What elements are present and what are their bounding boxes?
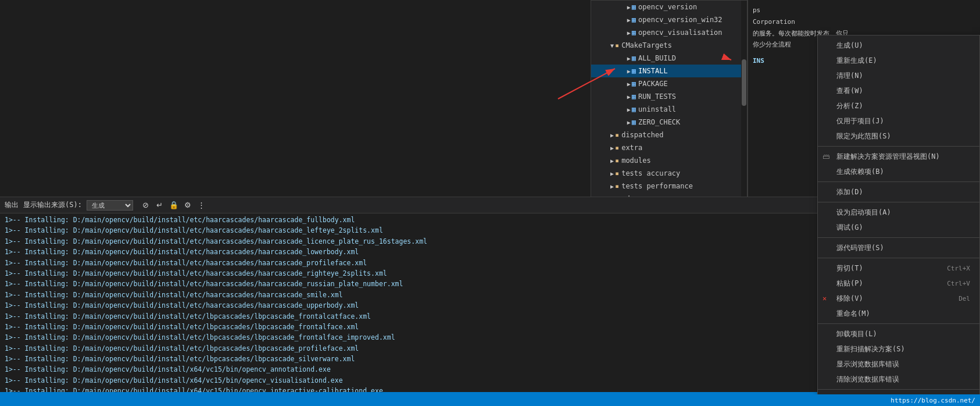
menu-item-rebuild[interactable]: 重新生成(E) (818, 53, 979, 68)
menu-item-add[interactable]: 添加(D) (818, 184, 979, 200)
menu-label-new_solution_view: 新建解决方案资源管理器视图(N) (836, 152, 940, 162)
tree-label: CMakeTargets (621, 41, 672, 49)
menu-item-paste[interactable]: 粘贴(P)Ctrl+V (818, 276, 979, 291)
tree-indent (593, 169, 610, 177)
tree-arrow: ▶ (627, 119, 631, 126)
menu-item-unload[interactable]: 卸载项目(L) (818, 326, 979, 341)
menu-label-cut: 剪切(T) (836, 263, 863, 273)
menu-label-clean: 清理(N) (836, 71, 863, 81)
tree-item-opencv_visualisation[interactable]: ▶▦opencv_visualisation (591, 26, 747, 39)
tree-indent (593, 3, 627, 11)
menu-separator-7 (818, 146, 979, 147)
folder-icon: ▪ (615, 169, 619, 177)
tree-arrow: ▶ (627, 81, 631, 87)
right-panel-line1: ps (753, 5, 975, 16)
menu-item-build[interactable]: 生成(U) (818, 38, 979, 53)
editor-area (0, 0, 593, 198)
tree-label: dispatched (621, 131, 663, 139)
tree-item-modules[interactable]: ▶▪modules (591, 154, 747, 167)
tree-indent (593, 131, 610, 139)
tree-item-dispatched[interactable]: ▶▪dispatched (591, 129, 747, 141)
target-icon: ▦ (632, 80, 636, 88)
output-label: 输出 (5, 200, 19, 210)
menu-label-remove: 移除(V) (836, 294, 863, 304)
tree-item-opencv_version[interactable]: ▶▦opencv_version (591, 1, 747, 13)
tree-item-RUN_TESTS[interactable]: ▶▦RUN_TESTS (591, 90, 747, 103)
tree-arrow: ▶ (610, 183, 614, 190)
output-source-label: 显示输出来源(S): (23, 200, 82, 210)
menu-label-rebuild: 重新生成(E) (836, 56, 877, 66)
tree-indent (593, 182, 610, 190)
menu-label-clear_db_errors: 清除浏览数据库错误 (836, 375, 899, 384)
settings-btn[interactable]: ⚙ (182, 200, 194, 211)
solution-explorer-tree: ▶▦opencv_version ▶▦opencv_version_win32 … (591, 0, 747, 198)
target-icon: ▦ (632, 67, 636, 75)
tree-arrow: ▼ (610, 42, 614, 49)
target-icon: ▦ (632, 105, 636, 113)
tree-label: modules (621, 156, 651, 165)
tree-item-ZERO_CHECK[interactable]: ▶▦ZERO_CHECK (591, 116, 747, 129)
menu-item-show_db_errors[interactable]: 显示浏览数据库错误 (818, 357, 979, 372)
menu-item-new_solution_view[interactable]: 🗃新建解决方案资源管理器视图(N) (818, 149, 979, 164)
tree-indent (593, 41, 610, 49)
folder-icon: ▪ (615, 182, 619, 190)
menu-label-project_only: 仅用于项目(J) (836, 116, 884, 126)
menu-label-analyze: 分析(Z) (836, 101, 863, 111)
tree-label: INSTALL (638, 67, 668, 75)
right-panel-line2: Corporation (753, 16, 975, 28)
menu-label-set_startup: 设为启动项目(A) (836, 208, 891, 218)
menu-item-remove[interactable]: ✕移除(V)Del (818, 291, 979, 306)
menu-item-cut[interactable]: 剪切(T)Ctrl+X (818, 261, 979, 276)
menu-item-scope[interactable]: 限定为此范围(S) (818, 129, 979, 144)
tree-label: tests accuracy (621, 169, 680, 177)
tree-arrow: ▶ (627, 30, 631, 36)
target-icon: ▦ (632, 3, 636, 11)
menu-item-rescan[interactable]: 重新扫描解决方案(S) (818, 341, 979, 357)
tree-arrow: ▶ (610, 158, 614, 164)
menu-shortcut-remove: Del (958, 295, 970, 302)
target-icon: ▦ (632, 29, 636, 37)
menu-separator-27 (818, 389, 979, 390)
tree-item-CMakeTargets[interactable]: ▼▪CMakeTargets (591, 39, 747, 52)
tree-label: opencv_version (638, 3, 697, 11)
tree-scrollbar[interactable] (741, 1, 747, 197)
output-source-select[interactable]: 生成 (87, 200, 133, 211)
tree-item-tests_performance[interactable]: ▶▪tests performance (591, 180, 747, 193)
menu-label-rescan: 重新扫描解决方案(S) (836, 344, 905, 354)
menu-item-clear_db_errors[interactable]: 清除浏览数据库错误 (818, 372, 979, 387)
menu-label-rename: 重命名(M) (836, 309, 870, 319)
menu-item-project_only[interactable]: 仅用于项目(J) (818, 113, 979, 129)
status-right: https://blog.csdn.net/ (890, 397, 975, 404)
menu-shortcut-paste: Ctrl+V (947, 280, 970, 287)
menu-item-build_dependencies[interactable]: 生成依赖项(B) (818, 164, 979, 179)
tree-arrow: ▶ (627, 106, 631, 113)
menu-item-source_control[interactable]: 源代码管理(S) (818, 240, 979, 255)
tree-item-uninstall[interactable]: ▶▦uninstall (591, 103, 747, 116)
tree-item-ALL_BUILD[interactable]: ▶▦ALL_BUILD (591, 52, 747, 65)
tree-item-PACKAGE[interactable]: ▶▦PACKAGE (591, 77, 747, 90)
target-icon: ▦ (632, 54, 636, 62)
more-btn[interactable]: ⋮ (196, 200, 208, 211)
tree-item-extra[interactable]: ▶▪extra (591, 141, 747, 154)
menu-item-clean[interactable]: 清理(N) (818, 68, 979, 83)
tree-indent (593, 54, 627, 62)
tree-indent (593, 105, 627, 113)
clear-output-btn[interactable]: ⊘ (140, 200, 152, 211)
tree-label: ALL_BUILD (638, 54, 676, 62)
lock-scroll-btn[interactable]: 🔒 (168, 200, 180, 211)
word-wrap-btn[interactable]: ↵ (154, 200, 166, 211)
menu-item-view[interactable]: 查看(W) (818, 83, 979, 98)
tree-label: opencv_version_win32 (638, 16, 723, 24)
menu-icon-new_solution_view: 🗃 (822, 152, 829, 161)
tree-item-tests_accuracy[interactable]: ▶▪tests accuracy (591, 167, 747, 180)
tree-arrow: ▶ (627, 55, 631, 62)
tree-scrollbar-thumb[interactable] (742, 59, 746, 106)
menu-item-rename[interactable]: 重命名(M) (818, 306, 979, 321)
menu-item-set_startup[interactable]: 设为启动项目(A) (818, 205, 979, 220)
target-icon: ▦ (632, 118, 636, 126)
menu-item-analyze[interactable]: 分析(Z) (818, 98, 979, 113)
tree-item-INSTALL[interactable]: ▶▦INSTALL (591, 65, 747, 77)
tree-item-opencv_version_win32[interactable]: ▶▦opencv_version_win32 (591, 13, 747, 26)
menu-label-paste: 粘贴(P) (836, 279, 863, 289)
menu-item-debug[interactable]: 调试(G) (818, 220, 979, 235)
